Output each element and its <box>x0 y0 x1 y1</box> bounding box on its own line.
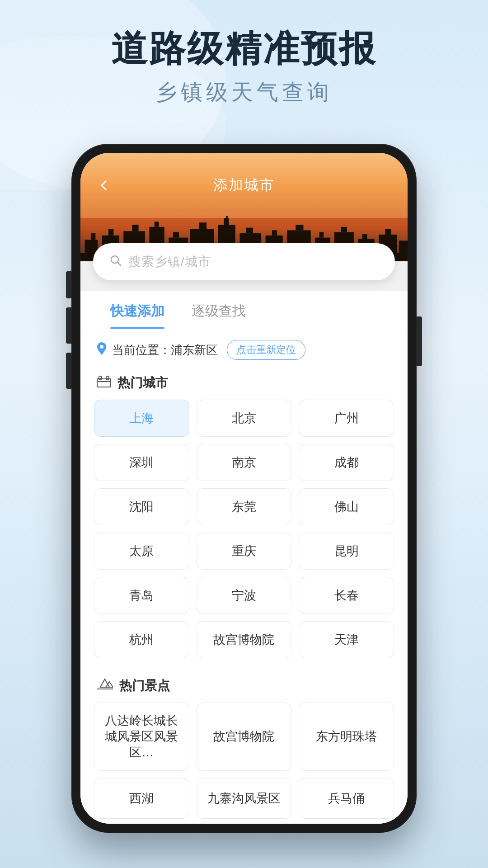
hot-scenic-label: 热门景点 <box>119 677 170 694</box>
svg-point-33 <box>100 345 103 349</box>
search-placeholder-text: 搜索乡镇/城市 <box>128 253 211 270</box>
city-btn-hangzhou[interactable]: 杭州 <box>94 621 189 658</box>
tab-quick-add[interactable]: 快速添加 <box>97 291 178 329</box>
svg-rect-6 <box>132 225 138 231</box>
hot-cities-icon <box>97 375 111 392</box>
city-btn-beijing[interactable]: 北京 <box>197 400 292 437</box>
city-btn-chengdu[interactable]: 成都 <box>299 444 394 481</box>
scenic-btn-xihu[interactable]: 西湖 <box>94 778 189 819</box>
city-grid: 上海 北京 广州 深圳 南京 成都 <box>80 400 408 663</box>
city-btn-shenzhen[interactable]: 深圳 <box>94 444 189 481</box>
svg-rect-2 <box>91 233 96 240</box>
header-title: 添加城市 <box>213 175 275 195</box>
app-content: 快速添加 逐级查找 当前位置：浦东新区 点击重新定位 <box>80 291 408 824</box>
scenic-btn-badaling[interactable]: 八达岭长城长城风景区风景区… <box>94 703 189 771</box>
back-button[interactable] <box>97 176 115 194</box>
volume-up-button <box>66 307 71 344</box>
back-chevron-icon <box>101 180 111 191</box>
phone-mockup: 添加城市 搜索乡镇/城市 <box>72 145 416 832</box>
svg-rect-12 <box>199 222 206 229</box>
scenic-btn-gugong[interactable]: 故宫博物院 <box>197 703 292 771</box>
city-btn-kunming[interactable]: 昆明 <box>299 533 394 570</box>
city-btn-changchun[interactable]: 长春 <box>299 577 394 614</box>
scenic-btn-bingmayong[interactable]: 兵马俑 <box>299 778 394 819</box>
svg-rect-17 <box>246 228 253 233</box>
svg-rect-25 <box>341 227 347 232</box>
svg-rect-4 <box>108 229 113 236</box>
volume-down-button <box>66 353 71 389</box>
svg-rect-27 <box>362 234 367 239</box>
hot-cities-label: 热门城市 <box>117 374 168 392</box>
city-btn-ningbo[interactable]: 宁波 <box>197 577 292 614</box>
tab-bar: 快速添加 逐级查找 <box>80 291 408 329</box>
city-btn-foshan[interactable]: 佛山 <box>299 488 394 525</box>
city-btn-gugong[interactable]: 故宫博物院 <box>197 621 292 658</box>
header-nav: 添加城市 <box>80 175 408 195</box>
power-button <box>417 316 422 366</box>
phone-screen: 添加城市 搜索乡镇/城市 <box>80 153 408 824</box>
hot-cities-header: 热门城市 <box>80 367 408 400</box>
city-btn-tianjin[interactable]: 天津 <box>299 621 394 658</box>
city-btn-shenyang[interactable]: 沈阳 <box>94 488 189 525</box>
city-btn-qingdao[interactable]: 青岛 <box>94 577 189 614</box>
city-btn-chongqing[interactable]: 重庆 <box>197 533 292 570</box>
promo-title: 道路级精准预报 <box>0 27 488 71</box>
scenic-btn-jiuzhaigou[interactable]: 九寨沟风景区 <box>197 778 292 819</box>
phone-shell: 添加城市 搜索乡镇/城市 <box>72 145 416 832</box>
svg-rect-23 <box>319 232 324 237</box>
svg-point-31 <box>111 256 118 263</box>
city-btn-taiyuan[interactable]: 太原 <box>94 533 189 570</box>
location-icon <box>97 342 107 358</box>
svg-line-32 <box>118 262 121 265</box>
location-text: 当前位置：浦东新区 <box>112 342 218 358</box>
svg-rect-8 <box>155 222 159 226</box>
hot-scenic-header: 热门景点 <box>80 670 408 703</box>
city-btn-shanghai[interactable]: 上海 <box>94 400 189 437</box>
svg-rect-30 <box>399 241 408 253</box>
location-bar: 当前位置：浦东新区 点击重新定位 <box>80 329 408 367</box>
svg-rect-15 <box>226 216 228 221</box>
hot-scenic-icon <box>97 678 113 694</box>
city-btn-dongguan[interactable]: 东莞 <box>197 488 292 525</box>
city-btn-guangzhou[interactable]: 广州 <box>299 400 394 437</box>
search-bar[interactable]: 搜索乡镇/城市 <box>93 243 395 280</box>
svg-rect-21 <box>296 225 303 230</box>
svg-rect-19 <box>272 230 277 235</box>
promo-subtitle: 乡镇级天气查询 <box>0 78 488 107</box>
scenic-btn-dongfang[interactable]: 东方明珠塔 <box>299 703 394 771</box>
relocate-button[interactable]: 点击重新定位 <box>227 340 305 360</box>
tab-browse[interactable]: 逐级查找 <box>178 291 259 329</box>
promo-text-area: 道路级精准预报 乡镇级天气查询 <box>0 27 488 107</box>
svg-rect-29 <box>385 229 391 235</box>
scenic-grid: 八达岭长城长城风景区风景区… 故宫博物院 东方明珠塔 西湖 九寨沟风景区 <box>80 703 408 823</box>
search-icon <box>109 254 122 270</box>
search-input-wrap[interactable]: 搜索乡镇/城市 <box>93 243 395 280</box>
svg-rect-10 <box>173 232 179 237</box>
city-btn-nanjing[interactable]: 南京 <box>197 444 292 481</box>
